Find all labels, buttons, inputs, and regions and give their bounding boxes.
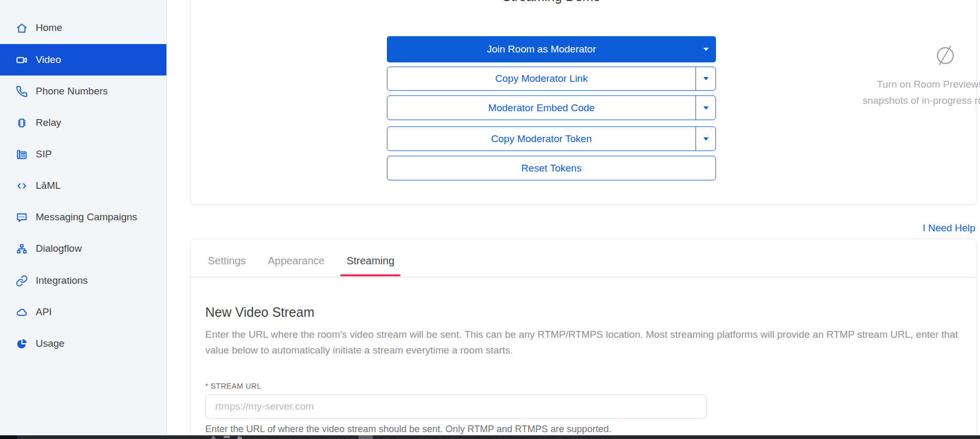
sidebar-item-integrations[interactable]: Integrations (0, 265, 166, 296)
tab-label: Streaming (346, 255, 394, 266)
caret-down-icon (703, 106, 709, 110)
sidebar-item-video[interactable]: Video (0, 44, 166, 76)
caret-down-icon (703, 47, 709, 51)
embed-code-dropdown-toggle[interactable] (696, 96, 715, 120)
taskbar-left-segment (0, 435, 17, 439)
code-icon (16, 180, 28, 192)
stream-url-label: * STREAM URL (205, 382, 261, 390)
tab-settings[interactable]: Settings (202, 255, 252, 277)
sidebar: Home Video Phone Numbers Relay SIP LāML (0, 0, 167, 435)
cloud-icon (16, 306, 28, 318)
sidebar-item-label: Messaging Campaigns (36, 211, 137, 223)
button-label: Copy Moderator Token (387, 127, 696, 151)
button-label: Copy Moderator Link (387, 67, 696, 90)
sidebar-item-label: API (36, 306, 52, 318)
sidebar-item-laml[interactable]: LāML (0, 170, 166, 201)
room-settings-card: Settings Appearance Streaming New Video … (190, 239, 977, 439)
active-tab-underline (340, 274, 401, 276)
sidebar-item-label: Home (36, 22, 62, 34)
copy-moderator-token-button[interactable]: Copy Moderator Token (387, 126, 716, 151)
message-bubble-icon (16, 211, 28, 223)
tab-streaming[interactable]: Streaming (340, 255, 401, 277)
moderator-embed-code-button[interactable]: Moderator Embed Code (387, 95, 716, 120)
sidebar-item-label: Phone Numbers (36, 85, 108, 97)
button-label: Moderator Embed Code (387, 96, 696, 120)
video-camera-icon (16, 54, 28, 66)
sidebar-item-api[interactable]: API (0, 296, 166, 328)
room-previews-empty-state: Turn on Room Previews to see snapshots o… (823, 42, 980, 109)
tab-label: Appearance (268, 255, 324, 266)
taskbar-highlight-segment (359, 435, 373, 439)
i-need-help-link[interactable]: I Need Help (923, 222, 975, 234)
sidebar-item-usage[interactable]: Usage (0, 328, 166, 359)
taskbar-strip (0, 435, 980, 439)
sidebar-item-label: Video (36, 54, 61, 66)
sidebar-item-label: Dialogflow (36, 243, 82, 254)
sidebar-item-dialogflow[interactable]: Dialogflow (0, 233, 166, 264)
tab-appearance[interactable]: Appearance (261, 255, 331, 277)
taskbar-icon (211, 436, 216, 438)
home-icon (16, 22, 28, 34)
taskbar-icon (224, 436, 230, 438)
sidebar-item-phone-numbers[interactable]: Phone Numbers (0, 76, 166, 107)
caret-down-icon (703, 137, 709, 141)
section-title: New Video Stream (205, 305, 314, 320)
sidebar-item-home[interactable]: Home (0, 12, 166, 44)
sidebar-item-messaging-campaigns[interactable]: Messaging Campaigns (0, 201, 166, 233)
stream-url-input[interactable] (205, 394, 707, 419)
sidebar-item-label: Integrations (36, 275, 88, 286)
pie-chart-icon (16, 338, 28, 350)
empty-state-text-line2: snapshots of in-progress rooms here. (823, 92, 980, 109)
tabs-bar: Settings Appearance Streaming (191, 239, 976, 277)
room-title: Streaming Demo (387, 0, 716, 4)
tabs: Settings Appearance Streaming (202, 255, 401, 277)
sidebar-item-relay[interactable]: Relay (0, 107, 166, 138)
reset-tokens-button[interactable]: Reset Tokens (387, 156, 716, 180)
join-room-dropdown-toggle[interactable] (696, 36, 716, 62)
tab-label: Settings (208, 255, 246, 266)
copy-moderator-link-button[interactable]: Copy Moderator Link (387, 67, 716, 91)
button-label: Reset Tokens (387, 156, 715, 180)
sidebar-item-label: Usage (36, 338, 65, 349)
sidebar-item-label: Relay (36, 117, 61, 129)
relay-chip-icon (16, 117, 28, 129)
button-label: Join Room as Moderator (387, 36, 696, 62)
link-icon (16, 275, 28, 287)
caret-down-icon (703, 77, 709, 81)
phone-icon (16, 85, 28, 98)
taskbar-icon (237, 436, 242, 439)
sidebar-item-sip[interactable]: SIP (0, 138, 166, 170)
sitemap-icon (16, 243, 28, 255)
section-description: Enter the URL where the room's video str… (205, 327, 969, 358)
circle-slash-icon (823, 42, 980, 73)
sidebar-item-label: SIP (36, 148, 52, 160)
copy-token-dropdown-toggle[interactable] (696, 127, 715, 151)
copy-link-dropdown-toggle[interactable] (696, 67, 715, 90)
stream-url-helper-text: Enter the URL of where the video stream … (205, 424, 612, 435)
room-card: Streaming Demo Join Room as Moderator Co… (190, 0, 977, 205)
sidebar-item-label: LāML (36, 180, 61, 191)
join-room-as-moderator-button[interactable]: Join Room as Moderator (387, 36, 716, 62)
sip-fax-icon (16, 148, 28, 160)
empty-state-text-line1: Turn on Room Previews to see (823, 76, 980, 92)
